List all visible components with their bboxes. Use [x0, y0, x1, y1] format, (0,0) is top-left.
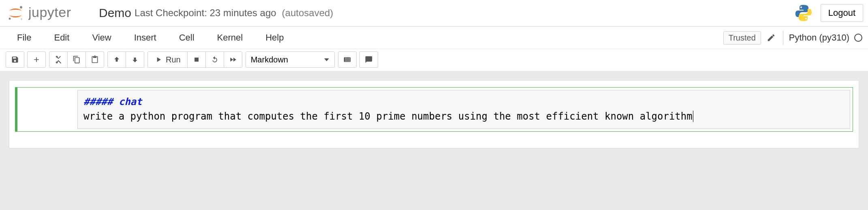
paste-icon: [91, 56, 99, 64]
autosave-text: (autosaved): [282, 7, 334, 19]
notebook-panel: ##### chat write a python program that c…: [9, 80, 859, 148]
svg-point-0: [20, 6, 22, 9]
copy-button[interactable]: [67, 51, 86, 68]
move-down-button[interactable]: [126, 51, 144, 68]
menu-help[interactable]: Help: [254, 28, 295, 47]
notebook-header: jupyter Demo Last Checkpoint: 23 minutes…: [0, 0, 868, 26]
menu-file[interactable]: File: [6, 28, 43, 47]
jupyter-planet-icon: [6, 4, 24, 22]
kernel-status-idle-icon: [854, 34, 862, 42]
notebook-area: ##### chat write a python program that c…: [0, 71, 868, 210]
edit-metadata-icon[interactable]: [767, 33, 776, 42]
restart-button[interactable]: [205, 51, 224, 68]
menu-insert[interactable]: Insert: [123, 28, 168, 47]
svg-text:jupyter: jupyter: [28, 4, 71, 20]
paste-button[interactable]: [86, 51, 104, 68]
python-logo-icon: [794, 3, 813, 23]
plus-icon: [32, 56, 41, 64]
copy-icon: [73, 56, 81, 64]
run-label: Run: [166, 55, 181, 64]
add-cell-button[interactable]: [27, 51, 46, 68]
jupyter-wordmark: jupyter: [28, 4, 89, 22]
arrow-up-icon: [113, 56, 121, 64]
notebook-title[interactable]: Demo: [99, 6, 131, 20]
scissors-icon: [54, 56, 62, 64]
chat-icon: [365, 56, 373, 64]
checkpoint-text: Last Checkpoint: 23 minutes ago: [135, 7, 276, 19]
menu-view[interactable]: View: [81, 28, 122, 47]
cell-input-wrap: ##### chat write a python program that c…: [77, 88, 853, 131]
svg-point-1: [9, 18, 11, 20]
cell-heading-text: ##### chat: [83, 96, 142, 107]
menu-edit[interactable]: Edit: [43, 28, 81, 47]
menu-kernel[interactable]: Kernel: [206, 28, 254, 47]
arrow-down-icon: [131, 56, 139, 64]
fast-forward-icon: [229, 56, 237, 64]
cell-type-select-wrap: Markdown: [246, 51, 335, 68]
text-caret: [693, 111, 693, 122]
cell-editor[interactable]: ##### chat write a python program that c…: [77, 90, 850, 129]
save-button[interactable]: [6, 51, 24, 68]
cell-type-select[interactable]: Markdown: [246, 51, 335, 68]
svg-point-2: [21, 18, 22, 20]
svg-rect-6: [195, 58, 199, 62]
jupyter-logo[interactable]: jupyter: [6, 4, 89, 22]
svg-point-5: [805, 18, 807, 19]
kernel-name[interactable]: Python (py310): [789, 32, 849, 43]
chat-button[interactable]: [359, 51, 378, 68]
kernel-separator: [783, 31, 783, 45]
trusted-badge[interactable]: Trusted: [723, 31, 761, 45]
restart-run-all-button[interactable]: [224, 51, 242, 68]
toolbar: Run Markdown: [0, 49, 868, 71]
interrupt-button[interactable]: [187, 51, 206, 68]
svg-point-4: [800, 6, 802, 8]
command-palette-button[interactable]: [338, 51, 357, 68]
cell-body-text: write a python program that computes the…: [83, 111, 693, 122]
move-up-button[interactable]: [107, 51, 126, 68]
save-icon: [11, 56, 19, 64]
markdown-cell[interactable]: ##### chat write a python program that c…: [15, 87, 853, 132]
stop-icon: [192, 56, 201, 64]
restart-icon: [211, 56, 219, 64]
cell-prompt-area: [17, 88, 77, 131]
cut-button[interactable]: [49, 51, 68, 68]
play-icon: [154, 56, 162, 64]
logout-button[interactable]: Logout: [821, 4, 863, 22]
menu-cell[interactable]: Cell: [168, 28, 206, 47]
run-button[interactable]: Run: [148, 51, 188, 68]
menubar: File Edit View Insert Cell Kernel Help T…: [0, 26, 868, 49]
keyboard-icon: [343, 56, 351, 64]
